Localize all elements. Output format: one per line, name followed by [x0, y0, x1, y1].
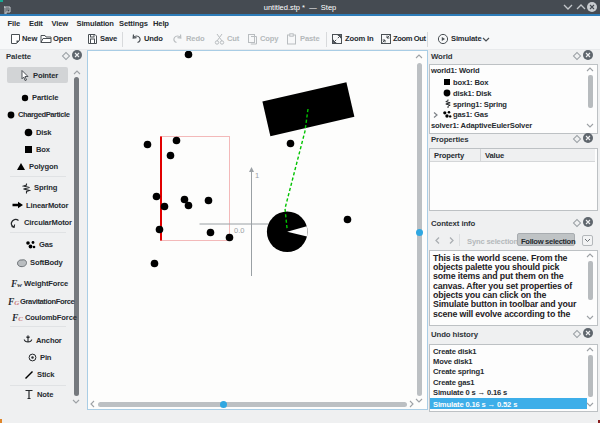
- svg-text:1: 1: [255, 171, 259, 180]
- svg-text:0.0: 0.0: [234, 226, 244, 235]
